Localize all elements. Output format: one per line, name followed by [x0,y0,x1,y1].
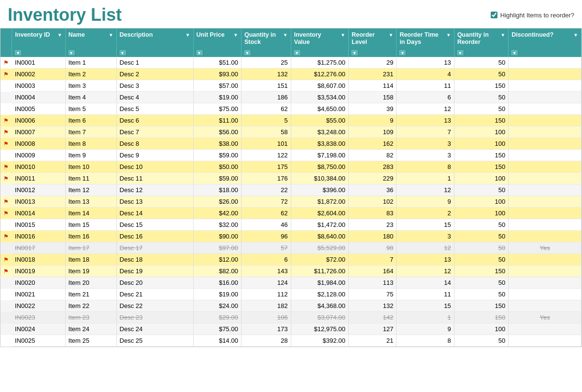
reorder-level: 21 [349,335,397,347]
unit-price: $97.00 [193,242,241,254]
flag-cell [0,92,12,103]
table-row: ⚑IN0007Item 7Desc 7$56.0058$3,248.001097… [0,126,582,138]
reorder-level: 7 [349,254,397,266]
item-name: Item 10 [65,161,116,173]
inventory-id: IN0004 [12,92,65,103]
id-dropdown-icon[interactable]: ▼ [57,32,62,38]
reorder-days: 8 [397,335,454,347]
desc-filter-arrow[interactable]: ▼ [119,49,127,56]
item-desc: Desc 22 [116,300,193,312]
col-val-header: Inventory Value ▼ [291,28,348,48]
qty-reorder: 150 [454,300,509,312]
qty-reorder: 50 [454,335,509,347]
reorder-level: 109 [349,126,397,138]
flag-icon: ⚑ [3,233,9,240]
col-qir-header: Quantity in Reorder ▼ [454,28,509,48]
inventory-id: IN0009 [12,150,65,161]
unit-price: $75.00 [193,103,241,115]
qty-filter-arrow[interactable]: ▼ [243,49,251,56]
col-rtd-header: Reorder Time in Days ▼ [397,28,454,48]
item-desc: Desc 20 [116,277,193,289]
item-name: Item 12 [65,184,116,196]
discontinued [509,300,582,312]
reorder-days: 15 [397,219,454,231]
flag-cell: ⚑ [0,161,12,173]
qty-reorder: 150 [454,266,509,277]
qty-reorder: 50 [454,277,509,289]
inventory-id: IN0018 [12,254,65,266]
table-row: ⚑IN0019Item 19Desc 19$82.00143$11,726.00… [0,266,582,277]
inventory-id: IN0019 [12,266,65,277]
table-row: IN0020Item 20Desc 20$16.00124$1,984.0011… [0,277,582,289]
highlight-checkbox[interactable] [491,12,497,18]
price-filter-arrow[interactable]: ▼ [196,49,203,56]
id-filter-arrow[interactable]: ▼ [14,49,22,56]
item-desc: Desc 13 [116,196,193,208]
table-row: IN0003Item 3Desc 3$57.00151$8,607.001141… [0,80,582,92]
col-qty-header: Quantity in Stock ▼ [241,28,291,48]
item-desc: Desc 3 [116,80,193,92]
item-name: Item 22 [65,300,116,312]
item-desc: Desc 19 [116,266,193,277]
item-desc: Desc 4 [116,92,193,103]
unit-price: $29.00 [193,312,241,323]
reorder-days: 8 [397,161,454,173]
rtd-filter-arrow[interactable]: ▼ [398,49,406,56]
rl-filter-arrow[interactable]: ▼ [351,49,358,56]
reorder-days: 13 [397,57,454,69]
qty-dropdown-icon[interactable]: ▼ [283,32,288,38]
qty-stock: 186 [241,92,291,103]
qty-stock: 62 [241,103,291,115]
table-row: ⚑IN0006Item 6Desc 6$11.005$55.00913150 [0,115,582,126]
qir-dropdown-icon[interactable]: ▼ [500,32,505,38]
qty-reorder: 100 [454,208,509,219]
desc-dropdown-icon[interactable]: ▼ [185,32,190,38]
inventory-id: IN0005 [12,103,65,115]
table-row: ⚑IN0008Item 8Desc 8$38.00101$3,838.00162… [0,138,582,150]
item-name: Item 11 [65,173,116,184]
qty-stock: 5 [241,115,291,126]
table-row: IN0021Item 21Desc 21$19.00112$2,128.0075… [0,289,582,300]
rtd-dropdown-icon[interactable]: ▼ [446,32,451,38]
table-row: ⚑IN0013Item 13Desc 13$26.0072$1,872.0010… [0,196,582,208]
disc-dropdown-icon[interactable]: ▼ [573,32,578,38]
qty-stock: 96 [241,231,291,242]
item-desc: Desc 2 [116,69,193,80]
val-dropdown-icon[interactable]: ▼ [341,32,345,38]
flag-icon: ⚑ [3,210,9,217]
discontinued [509,173,582,184]
reorder-days: 2 [397,208,454,219]
reorder-days: 13 [397,254,454,266]
reorder-level: 283 [349,161,397,173]
name-dropdown-icon[interactable]: ▼ [109,32,114,38]
unit-price: $57.00 [193,80,241,92]
header-row: Inventory ID ▼ Name ▼ Description ▼ [0,28,582,48]
reorder-level: 113 [349,277,397,289]
qir-filter-arrow[interactable]: ▼ [456,49,464,56]
unit-price: $42.00 [193,208,241,219]
inv-value: $3,074.00 [291,312,348,323]
flag-cell [0,184,12,196]
item-desc: Desc 23 [116,312,193,323]
name-filter-arrow[interactable]: ▼ [68,49,75,56]
qty-stock: 132 [241,69,291,80]
inv-value: $1,872.00 [291,196,348,208]
reorder-days: 3 [397,150,454,161]
reorder-level: 142 [349,312,397,323]
val-filter-arrow[interactable]: ▼ [293,49,301,56]
item-desc: Desc 5 [116,103,193,115]
unit-price: $59.00 [193,173,241,184]
col-desc-header: Description ▼ [116,28,193,48]
table-row: IN0023Item 23Desc 23$29.00106$3,074.0014… [0,312,582,323]
highlight-label[interactable]: Highlight Items to reorder? [500,12,574,19]
price-dropdown-icon[interactable]: ▼ [233,32,238,38]
disc-filter-arrow[interactable]: ▼ [511,49,518,56]
reorder-days: 13 [397,115,454,126]
qty-stock: 182 [241,300,291,312]
table-row: ⚑IN0016Item 16Desc 16$90.0096$8,640.0018… [0,231,582,242]
qty-reorder: 50 [454,57,509,69]
rl-dropdown-icon[interactable]: ▼ [388,32,393,38]
item-desc: Desc 10 [116,161,193,173]
inv-value: $10,384.00 [291,173,348,184]
qty-reorder: 50 [454,242,509,254]
